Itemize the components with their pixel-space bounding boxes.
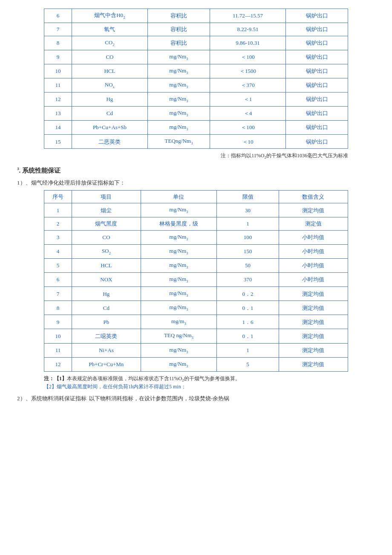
row-position: 锅炉出口 — [286, 107, 348, 121]
row-position: 锅炉出口 — [286, 36, 348, 50]
row-value: ＜4 — [210, 107, 285, 121]
top-table-note: 注：指标均以11%O2的干燥气体和1036毫巴大气压为标准 — [44, 152, 348, 159]
table-row: 6 烟气中含H02 容积比 11.72—15.57 锅炉出口 — [44, 9, 348, 23]
row-unit: 容积比 — [148, 9, 210, 23]
row-value: ＜1 — [210, 92, 285, 106]
row-value: ＜10 — [210, 135, 285, 149]
table-row: 11 NOx mg/Nm3 ＜370 锅炉出口 — [44, 78, 348, 92]
table-row: 6 NOX mg/Nm3 370 小时均值 — [44, 273, 348, 287]
row-num: 12 — [44, 357, 72, 371]
row-unit: TEQ ng/Nm3 — [141, 329, 216, 343]
table-row: 4 SO2 mg/Nm3 150 小时均值 — [44, 244, 348, 258]
row-item: HCL — [72, 259, 141, 273]
table-row: 2 烟气黑度 林格曼黑度，级 1 测定值 — [44, 217, 348, 231]
row-num: 10 — [44, 64, 72, 78]
row-unit: mg/Nm3 — [148, 78, 210, 92]
row-unit: mg/Nm3 — [148, 121, 210, 135]
section3-sub1: 1）、烟气经净化处理后排放保证指标如下： — [17, 179, 375, 187]
table-row: 12 Pb+Cr+Cu+Mn mg/Nm3 5 测定均值 — [44, 357, 348, 371]
row-value: 150 — [217, 244, 279, 258]
row-unit: mg/Nm3 — [141, 287, 216, 301]
row-position: 锅炉出口 — [286, 64, 348, 78]
row-unit: mg/Nm3 — [148, 50, 210, 64]
row-unit: mg/m3 — [141, 315, 216, 329]
row-item: CO2 — [72, 36, 147, 50]
row-meaning: 小时均值 — [279, 244, 348, 258]
row-meaning: 测定均值 — [279, 315, 348, 329]
row-unit: mg/Nm3 — [148, 92, 210, 106]
col-meaning: 数值含义 — [279, 190, 348, 203]
row-num: 9 — [44, 50, 72, 64]
row-value: ＜100 — [210, 121, 285, 135]
table-row: 9 Pb mg/m3 1．6 测定均值 — [44, 315, 348, 329]
row-item: Ni+As — [72, 343, 141, 357]
row-num: 6 — [44, 273, 72, 287]
table-row: 13 Cd mg/Nm3 ＜4 锅炉出口 — [44, 107, 348, 121]
row-value: 370 — [217, 273, 279, 287]
note-line1: 注：【1】本表规定的各项标准限值，均以标准状态下含11%O2的干烟气为参考值换算… — [44, 375, 348, 382]
row-meaning: 测定均值 — [279, 357, 348, 371]
row-unit: mg/Nm3 — [148, 64, 210, 78]
row-num: 6 — [44, 9, 72, 23]
row-num: 4 — [44, 244, 72, 258]
row-unit: 容积比 — [148, 23, 210, 36]
row-value: 1．6 — [217, 315, 279, 329]
col-value: 限值 — [217, 190, 279, 203]
row-value: ＜100 — [210, 50, 285, 64]
section3-title: 3. 系统性能保证 — [17, 167, 375, 175]
row-unit: mg/Nm3 — [141, 357, 216, 371]
row-unit: mg/Nm3 — [141, 203, 216, 217]
row-item: 烟气黑度 — [72, 217, 141, 231]
table-row: 11 Ni+As mg/Nm3 1 测定均值 — [44, 343, 348, 357]
row-unit: mg/Nm3 — [141, 230, 216, 244]
row-meaning: 小时均值 — [279, 273, 348, 287]
row-value: 9.86-10.31 — [210, 36, 285, 50]
row-num: 5 — [44, 259, 72, 273]
table-row: 7 Hg mg/Nm3 0．2 测定均值 — [44, 287, 348, 301]
section3-sub2: 2）、系统物料消耗保证指标 以下物料消耗指标，在设计参数范围内，垃圾焚烧-余热锅 — [17, 395, 375, 402]
row-item: Hg — [72, 92, 147, 106]
table-row: 15 二恶英类 TEQng/Nm3 ＜10 锅炉出口 — [44, 135, 348, 149]
row-num: 11 — [44, 343, 72, 357]
row-item: NOX — [72, 273, 141, 287]
row-item: Cd — [72, 301, 141, 315]
row-value: 1 — [217, 343, 279, 357]
row-meaning: 测定均值 — [279, 343, 348, 357]
row-position: 锅炉出口 — [286, 121, 348, 135]
row-item: Pb — [72, 315, 141, 329]
row-item: 氧气 — [72, 23, 147, 36]
table-row: 7 氧气 容积比 8.22-9.51 锅炉出口 — [44, 23, 348, 36]
row-num: 3 — [44, 230, 72, 244]
table-row: 9 CO mg/Nm3 ＜100 锅炉出口 — [44, 50, 348, 64]
row-item: 二噁英类 — [72, 329, 141, 343]
row-item: Hg — [72, 287, 141, 301]
row-value: 0．2 — [217, 287, 279, 301]
row-item: CO — [72, 50, 147, 64]
table-row: 8 Cd mg/Nm3 0．1 测定均值 — [44, 301, 348, 315]
row-num: 1 — [44, 203, 72, 217]
table-row: 14 Pb+Cu+As+Sb mg/Nm3 ＜100 锅炉出口 — [44, 121, 348, 135]
row-num: 10 — [44, 329, 72, 343]
row-unit: mg/Nm3 — [141, 301, 216, 315]
row-num: 8 — [44, 301, 72, 315]
row-item: CO — [72, 230, 141, 244]
row-unit: 容积比 — [148, 36, 210, 50]
row-item: SO2 — [72, 244, 141, 258]
row-meaning: 测定均值 — [279, 301, 348, 315]
row-num: 7 — [44, 23, 72, 36]
row-num: 2 — [44, 217, 72, 231]
row-item: 烟尘 — [72, 203, 141, 217]
table-row: 1 烟尘 mg/Nm3 30 测定均值 — [44, 203, 348, 217]
row-position: 锅炉出口 — [286, 50, 348, 64]
row-meaning: 测定均值 — [279, 203, 348, 217]
col-num: 序号 — [44, 190, 72, 203]
row-unit: mg/Nm3 — [141, 244, 216, 258]
col-item: 项目 — [72, 190, 141, 203]
row-value: 0．1 — [217, 301, 279, 315]
row-unit: mg/Nm3 — [141, 259, 216, 273]
row-unit: mg/Nm3 — [141, 343, 216, 357]
row-meaning: 测定均值 — [279, 329, 348, 343]
row-unit: mg/Nm3 — [148, 107, 210, 121]
row-value: 30 — [217, 203, 279, 217]
row-meaning: 小时均值 — [279, 230, 348, 244]
